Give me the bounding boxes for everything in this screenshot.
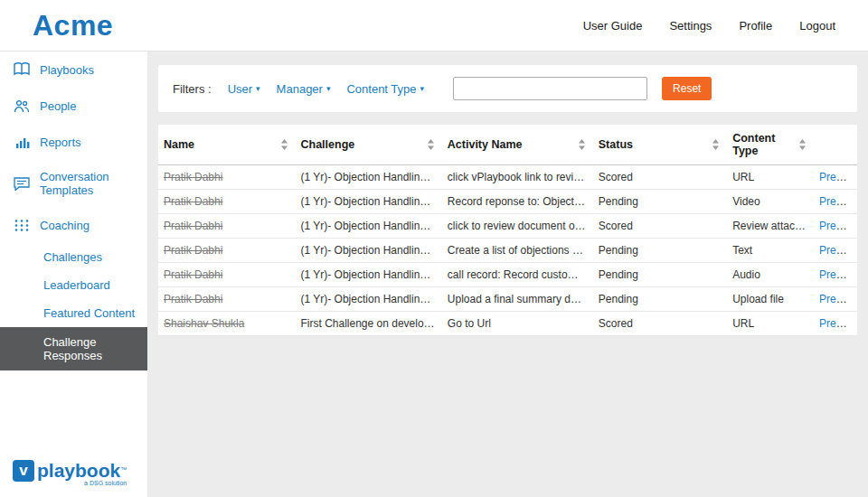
cell-content-type: URL [727, 165, 814, 190]
filters-label: Filters : [173, 82, 212, 96]
sidebar-item-label: Coaching [40, 219, 90, 232]
column-label: Status [599, 138, 633, 151]
column-header-preview [814, 125, 857, 165]
column-header-name[interactable]: Name [158, 125, 296, 165]
vplaybook-logo-text: playbook [37, 460, 120, 481]
sidebar-item-leaderboard[interactable]: Leaderboard [0, 271, 147, 299]
cell-activity-name: click vPlaybook link to review play... [442, 165, 593, 190]
nav-user-guide[interactable]: User Guide [583, 19, 643, 33]
sidebar-item-label: Conversation Templates [40, 170, 140, 197]
cell-challenge: (1 Yr)- Objection Handling Challen... [296, 287, 442, 312]
sidebar-item-conversation-templates[interactable]: Conversation Templates [0, 160, 147, 207]
cell-status: Scored [593, 312, 727, 336]
sort-icon[interactable] [427, 139, 435, 150]
table-row: Shaishav Shukla First Challenge on devel… [158, 312, 857, 336]
coaching-icon [13, 217, 31, 233]
sidebar-item-coaching[interactable]: Coaching [0, 207, 147, 243]
chevron-down-icon: ▾ [420, 84, 425, 93]
sort-icon[interactable] [798, 139, 807, 150]
column-header-challenge[interactable]: Challenge [296, 125, 442, 165]
column-header-status[interactable]: Status [593, 125, 727, 165]
filter-panel: Filters : User ▾ Manager ▾ Content Type … [158, 65, 857, 112]
sidebar-item-label: People [40, 99, 76, 113]
sidebar-item-featured-content[interactable]: Featured Content [0, 299, 147, 327]
cell-content-type: Audio [727, 263, 814, 287]
cell-content-type: Review attachment [727, 214, 814, 239]
people-icon [13, 98, 31, 114]
cell-activity-name: call record: Record customer com... [442, 263, 593, 287]
sidebar-item-label: Reports [40, 136, 81, 149]
chevron-down-icon: ▾ [326, 84, 331, 93]
preview-link[interactable]: Preview [819, 171, 857, 183]
nav-logout[interactable]: Logout [799, 19, 835, 33]
vplaybook-tagline: a DSG solution [37, 480, 127, 486]
cell-name: Pratik Dabhi [158, 287, 296, 312]
sidebar-item-reports[interactable]: Reports [0, 124, 147, 160]
cell-challenge: (1 Yr)- Objection Handling Challen... [296, 190, 442, 214]
reports-icon [13, 134, 31, 150]
cell-challenge: (1 Yr)- Objection Handling Challen... [296, 239, 442, 263]
table-row: Pratik Dabhi (1 Yr)- Objection Handling … [158, 190, 857, 214]
preview-link[interactable]: Preview [819, 317, 857, 330]
cell-name: Pratik Dabhi [158, 214, 296, 239]
trademark-symbol: ™ [120, 466, 127, 473]
sidebar-item-challenges[interactable]: Challenges [0, 243, 147, 271]
cell-content-type: Video [727, 190, 814, 214]
preview-link[interactable]: Preview [819, 268, 857, 281]
chevron-down-icon: ▾ [256, 84, 260, 93]
sidebar-item-people[interactable]: People [0, 88, 147, 124]
table-header-row: Name Challenge Activity Name Status [158, 125, 857, 165]
table-body: Pratik Dabhi (1 Yr)- Objection Handling … [158, 165, 857, 336]
nav-settings[interactable]: Settings [669, 19, 712, 33]
filter-dropdown-user-label: User [228, 82, 252, 96]
responses-table: Name Challenge Activity Name Status [158, 125, 857, 336]
cell-challenge: (1 Yr)- Objection Handling Challen... [296, 263, 442, 287]
vplaybook-logo: v playbook™ a DSG solution [13, 460, 127, 486]
filter-dropdown-content-type[interactable]: Content Type ▾ [346, 82, 424, 96]
sort-icon[interactable] [712, 139, 720, 150]
cell-status: Scored [593, 214, 727, 239]
preview-link[interactable]: Preview [819, 195, 857, 208]
column-label: Name [164, 138, 194, 151]
table-row: Pratik Dabhi (1 Yr)- Objection Handling … [158, 287, 857, 312]
column-header-content-type[interactable]: Content Type [727, 125, 814, 165]
preview-link[interactable]: Preview [819, 293, 857, 305]
sidebar: Playbooks People Reports Conversation Te… [0, 52, 147, 497]
chat-icon [13, 175, 31, 192]
app-logo: Acme [33, 9, 113, 42]
main-content: Filters : User ▾ Manager ▾ Content Type … [147, 52, 868, 497]
filter-dropdown-manager-label: Manager [277, 82, 323, 96]
column-label: Content Type [732, 132, 798, 157]
cell-content-type: Text [727, 239, 814, 263]
filter-dropdown-manager[interactable]: Manager ▾ [277, 82, 331, 96]
column-label: Challenge [301, 138, 355, 151]
filter-dropdown-user[interactable]: User ▾ [228, 82, 260, 96]
cell-challenge: (1 Yr)- Objection Handling Challen... [296, 214, 442, 239]
sort-icon[interactable] [578, 139, 586, 150]
preview-link[interactable]: Preview [819, 244, 857, 257]
sidebar-item-playbooks[interactable]: Playbooks [0, 52, 147, 88]
cell-status: Pending [593, 239, 727, 263]
reset-button[interactable]: Reset [662, 77, 712, 100]
preview-link[interactable]: Preview [819, 220, 857, 232]
cell-content-type: URL [727, 312, 814, 336]
table-row: Pratik Dabhi (1 Yr)- Objection Handling … [158, 239, 857, 263]
cell-name: Pratik Dabhi [158, 263, 296, 287]
cell-status: Pending [593, 263, 727, 287]
table-row: Pratik Dabhi (1 Yr)- Objection Handling … [158, 263, 857, 287]
top-nav: User Guide Settings Profile Logout [583, 19, 835, 33]
table-row: Pratik Dabhi (1 Yr)- Objection Handling … [158, 165, 857, 190]
filter-dropdown-content-type-label: Content Type [346, 82, 416, 96]
cell-challenge: First Challenge on development (... [296, 312, 442, 336]
sidebar-item-challenge-responses[interactable]: Challenge Responses [0, 327, 147, 370]
sidebar-item-label: Playbooks [40, 63, 94, 77]
cell-content-type: Upload file [727, 287, 814, 312]
top-header: Acme User Guide Settings Profile Logout [0, 0, 868, 52]
cell-activity-name: Record reponse to: Objection #1 (... [442, 190, 593, 214]
column-header-activity-name[interactable]: Activity Name [442, 125, 593, 165]
nav-profile[interactable]: Profile [739, 19, 772, 33]
cell-status: Pending [593, 287, 727, 312]
sort-icon[interactable] [280, 139, 288, 150]
filter-search-input[interactable] [453, 77, 647, 100]
cell-name: Pratik Dabhi [158, 190, 296, 214]
